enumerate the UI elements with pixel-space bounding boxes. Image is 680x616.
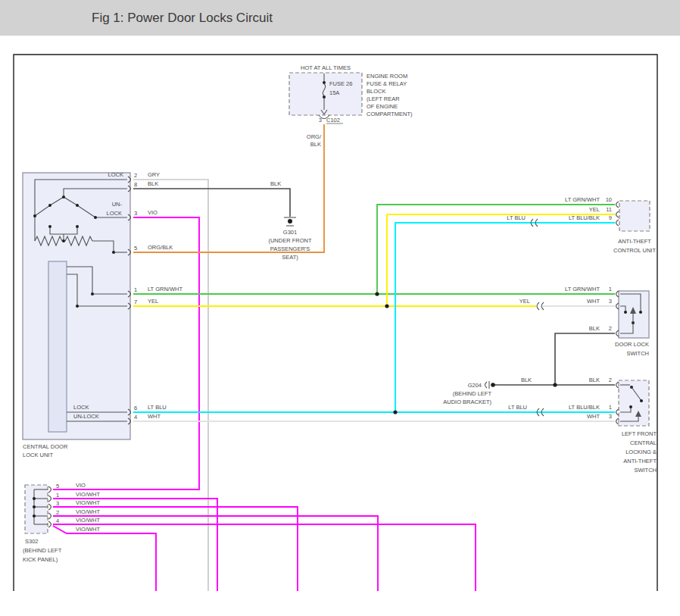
left-front-central-locking-switch: BLK 2 LT BLU LT BLU/BLK 1 WHT 3 LEFT FRO… xyxy=(508,377,657,474)
left-front-switch-box xyxy=(619,380,649,426)
pin-number: 1 xyxy=(609,286,612,292)
junction-dot xyxy=(385,304,388,308)
pin-arcs xyxy=(616,202,619,226)
pin-numbers: 5 1 3 2 4 xyxy=(56,483,59,524)
page-title: Fig 1: Power Door Locks Circuit xyxy=(92,11,273,26)
wire-label: WHT xyxy=(587,413,600,420)
inline-connector-icons xyxy=(531,219,544,416)
svg-text:ANTI-THEFT: ANTI-THEFT xyxy=(623,458,657,464)
fuse-pin: 3 xyxy=(319,117,322,124)
svg-text:VIO/WHT: VIO/WHT xyxy=(76,508,100,515)
s302-connector: 5 1 3 2 4 VIO VIO/WHT VIO/WHT VIO/WHT VI… xyxy=(23,482,100,563)
ground-name: G301 xyxy=(283,229,297,236)
svg-text:ENGINE ROOM: ENGINE ROOM xyxy=(367,73,407,80)
wire-label-left: LT BLU xyxy=(507,214,526,221)
pin-number: 2 xyxy=(609,325,612,332)
wire-blk-door-lock-switch xyxy=(555,333,615,385)
svg-text:VIO: VIO xyxy=(76,482,86,489)
svg-text:KICK PANEL): KICK PANEL) xyxy=(23,556,58,563)
central-door-lock-unit: LOCK UN- LOCK LOCK UN-LOCK 2 8 3 5 1 7 6… xyxy=(23,171,182,458)
wire-label-org: ORG/ xyxy=(307,133,322,140)
svg-text:2: 2 xyxy=(134,172,137,179)
wire-label: LT BLU/BLK xyxy=(569,214,600,221)
svg-text:2: 2 xyxy=(56,509,59,516)
svg-text:PASSENGER'S: PASSENGER'S xyxy=(270,245,310,252)
unlock-label-1: UN- xyxy=(112,201,123,208)
svg-text:VIO: VIO xyxy=(148,209,158,216)
unit-name-line2: CONTROL UNIT xyxy=(613,247,656,254)
svg-text:4: 4 xyxy=(134,414,137,421)
connector-arc-icon xyxy=(537,302,539,310)
junction-dot xyxy=(553,383,557,386)
ground-g204: G204 (BEHIND LEFT AUDIO BRACKET) BLK xyxy=(443,377,532,405)
wire-label: LT GRN/WHT xyxy=(565,286,600,292)
switch-name-line1: DOOR LOCK xyxy=(615,341,649,348)
wire-label: LT GRN/WHT xyxy=(565,196,600,203)
switch-name-line2: SWITCH xyxy=(626,350,649,357)
pin-number: 10 xyxy=(606,196,612,203)
svg-text:1: 1 xyxy=(56,492,59,499)
svg-text:(BEHIND LEFT: (BEHIND LEFT xyxy=(23,547,62,554)
fuse-block-box xyxy=(289,73,362,115)
pin-number: 1 xyxy=(609,404,612,411)
svg-text:8: 8 xyxy=(134,181,137,188)
wiring-diagram: HOT AT ALL TIMES FUSE 26 15A 3 C102 ORG/… xyxy=(0,36,680,616)
unlock-label-2: LOCK xyxy=(107,210,122,217)
wire-label: BLK xyxy=(589,377,600,383)
fuse-name: FUSE 26 xyxy=(329,80,352,87)
ground-icon xyxy=(284,217,296,226)
pin-number: 3 xyxy=(609,413,612,420)
svg-text:FUSE & RELAY: FUSE & RELAY xyxy=(367,80,407,87)
wire-label-left: LT BLU xyxy=(508,404,527,411)
svg-text:(LEFT REAR: (LEFT REAR xyxy=(367,95,400,102)
ground-icon xyxy=(485,381,495,389)
svg-text:3: 3 xyxy=(56,500,59,507)
wire-lt-blu-blk-top xyxy=(395,223,615,412)
svg-text:SEAT): SEAT) xyxy=(282,254,298,261)
wire-label-blk: BLK xyxy=(521,377,532,383)
svg-text:6: 6 xyxy=(134,405,137,411)
svg-text:LOCKING &: LOCKING & xyxy=(625,449,657,455)
ground-name: G204 xyxy=(468,382,482,389)
fuse-rating: 15A xyxy=(329,89,339,96)
connector-name: S302 xyxy=(25,538,39,545)
wire-label: WHT xyxy=(587,298,600,305)
svg-text:AUDIO BRACKET): AUDIO BRACKET) xyxy=(443,399,491,405)
wire-label: BLK xyxy=(589,325,600,332)
svg-text:5: 5 xyxy=(56,483,59,489)
wire-labels: GRY BLK VIO ORG/BLK LT GRN/WHT YEL LT BL… xyxy=(148,171,182,420)
wire-vio-wht-3 xyxy=(53,516,378,591)
wire-label-left: YEL xyxy=(519,298,530,305)
wire-label-blk: BLK xyxy=(310,141,321,148)
svg-text:VIO/WHT: VIO/WHT xyxy=(76,526,100,533)
door-lock-switch: LT GRN/WHT 1 YEL WHT 3 BLK 2 DOOR LOCK S… xyxy=(519,286,649,357)
pin-number: 9 xyxy=(609,214,612,221)
s302-box xyxy=(25,485,48,533)
svg-text:SWITCH: SWITCH xyxy=(634,467,657,474)
svg-text:CENTRAL: CENTRAL xyxy=(630,439,657,446)
pin-number: 2 xyxy=(609,377,612,383)
svg-text:(UNDER FRONT: (UNDER FRONT xyxy=(268,237,311,244)
svg-text:4: 4 xyxy=(56,518,59,524)
svg-text:7: 7 xyxy=(134,299,137,305)
actuator-rect xyxy=(48,261,67,432)
svg-text:3: 3 xyxy=(134,210,137,217)
lock-label: LOCK xyxy=(108,171,123,178)
pin-number: 11 xyxy=(606,206,612,213)
wire-vio-wht-4 xyxy=(53,524,476,591)
svg-text:1: 1 xyxy=(134,286,137,293)
unit-name-line1: ANTI-THEFT xyxy=(618,238,651,245)
door-lock-switch-box xyxy=(619,291,649,338)
anti-theft-box xyxy=(619,201,650,231)
svg-text:BLK: BLK xyxy=(148,180,158,187)
junction-dot xyxy=(393,410,397,414)
svg-text:GRY: GRY xyxy=(148,171,160,178)
wire-vio-wht-5 xyxy=(53,526,156,591)
hot-label: HOT AT ALL TIMES xyxy=(301,64,351,71)
connector-c102-link[interactable]: C102 xyxy=(326,117,340,124)
engine-room-fuse-block: HOT AT ALL TIMES FUSE 26 15A 3 C102 ORG/… xyxy=(289,64,413,148)
svg-text:BLOCK: BLOCK xyxy=(367,88,385,95)
svg-text:(BEHIND LEFT: (BEHIND LEFT xyxy=(453,390,492,397)
fuse-block-description: ENGINE ROOM FUSE & RELAY BLOCK (LEFT REA… xyxy=(367,73,413,117)
junction-dot xyxy=(375,292,379,295)
